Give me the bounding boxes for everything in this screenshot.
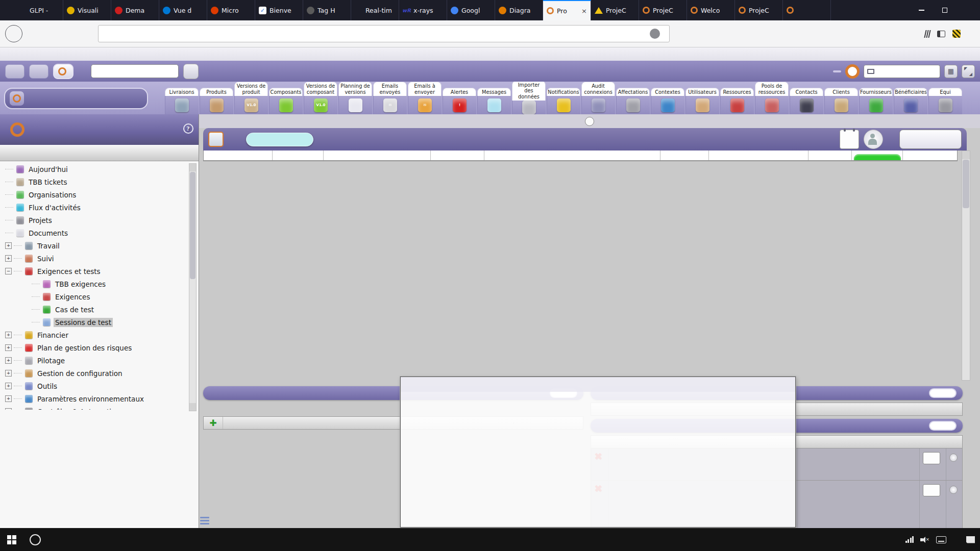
tab-scroll-right-icon[interactable] (831, 0, 846, 20)
sidebar-scrollbar[interactable] (189, 163, 197, 411)
touch-keyboard-icon[interactable] (936, 536, 946, 543)
ribbon-item[interactable]: Livraisons (164, 82, 199, 114)
tree-expander-icon[interactable]: + (5, 395, 12, 402)
tree-expander-icon[interactable]: − (5, 268, 12, 274)
tree-expander-icon[interactable]: + (5, 383, 12, 389)
notification-center-icon[interactable] (966, 536, 975, 543)
menu-panel-title[interactable] (0, 145, 199, 161)
tab-list-dropdown-icon[interactable] (864, 0, 881, 20)
browser-tab[interactable]: Pro × (543, 0, 591, 20)
sidebar-menu-item[interactable]: Exigences (0, 290, 199, 303)
ribbon-item[interactable]: Versions de produit V1.0 (234, 82, 268, 114)
sidebar-menu-item[interactable]: + Suivi (0, 252, 199, 265)
attach-file-dropzone[interactable] (899, 130, 962, 149)
browser-tab[interactable]: Dema (111, 0, 159, 20)
library-icon[interactable] (925, 30, 930, 38)
browser-tab[interactable]: Micro (207, 0, 255, 20)
new-tab-button[interactable] (846, 0, 864, 20)
ribbon-item[interactable]: Clients (824, 82, 859, 114)
extension-icon[interactable] (952, 30, 961, 38)
browser-tab[interactable]: Real-time (351, 0, 399, 20)
project-select[interactable] (91, 64, 179, 78)
sidebar-menu-item[interactable]: + Paramètres environnementaux (0, 392, 199, 405)
volume-muted-icon[interactable]: × (920, 536, 929, 543)
ribbon-item[interactable]: Audit connexions (581, 82, 616, 114)
browser-tab[interactable]: ProjeC (735, 0, 783, 20)
ribbon-item[interactable]: Equi (928, 82, 963, 114)
sidebar-menu-item[interactable]: TBB exigences (0, 278, 199, 290)
ribbon-item[interactable]: Messages (477, 82, 511, 114)
ribbon-item[interactable]: Planning de versions (338, 82, 373, 114)
ribbon-item[interactable]: Ressources (720, 82, 754, 114)
sidebar-menu-item[interactable]: Flux d'activités (0, 201, 199, 214)
browser-tab[interactable]: Googl (447, 0, 495, 20)
browser-home-button[interactable] (70, 26, 87, 42)
sidebar-menu-item[interactable]: + Outils (0, 380, 199, 392)
panel-resize-handle[interactable] (200, 514, 209, 527)
ribbon-item[interactable]: Bénéficiaires (893, 82, 928, 114)
browser-tab[interactable]: ProjeC (639, 0, 687, 20)
sidebar-menu-item[interactable]: Documents (0, 227, 199, 239)
sidebar-menu-item[interactable]: + Travail (0, 239, 199, 252)
browser-tab[interactable]: GLPI - (15, 0, 63, 20)
tree-expander-icon[interactable]: + (5, 344, 12, 351)
browser-tab[interactable]: Welco (687, 0, 735, 20)
ribbon-item[interactable]: Versions de composant V1.0 (303, 82, 338, 114)
browser-tab[interactable]: Diagra (495, 0, 543, 20)
ribbon-item[interactable]: Contacts (789, 82, 824, 114)
browser-tab[interactable]: wR x-rays (399, 0, 447, 20)
browser-tab[interactable]: ✓ Bienve (255, 0, 303, 20)
tree-expander-icon[interactable]: + (5, 370, 12, 377)
browser-tab[interactable]: ProjeC (591, 0, 639, 20)
ribbon-item[interactable]: Affectations (616, 82, 650, 114)
browser-reload-button[interactable] (49, 26, 65, 42)
ribbon-item[interactable]: Emails envoyés ✉ (373, 82, 407, 114)
sidebar-menu-item[interactable]: + Pilotage (0, 354, 199, 367)
scrollbar-thumb[interactable] (963, 160, 969, 208)
sidebar-menu-item[interactable]: Cas de test (0, 303, 199, 316)
sidebar-menu-item[interactable]: + Financier (0, 329, 199, 341)
ribbon-item[interactable]: Utilisateurs (685, 82, 720, 114)
app-forward-button[interactable] (29, 64, 48, 79)
logo-help-icon[interactable]: ? (183, 123, 193, 134)
browser-tab[interactable]: Vue d (159, 0, 207, 20)
ribbon-item[interactable]: Contextes (650, 82, 685, 114)
browser-tab[interactable]: Visuali (63, 0, 111, 20)
edit-project-button[interactable] (183, 64, 199, 79)
all-menus-button[interactable] (4, 88, 148, 109)
cortana-button[interactable] (23, 528, 47, 551)
url-bar[interactable] (98, 25, 670, 42)
pocket-icon[interactable] (650, 29, 660, 39)
grid-view-button[interactable]: ▦ (944, 65, 958, 78)
network-icon[interactable] (905, 536, 914, 543)
tree-expander-icon[interactable]: + (5, 242, 12, 249)
sidebar-toggle-icon[interactable] (937, 31, 945, 37)
tree-expander-icon[interactable]: + (5, 255, 12, 262)
table-scrollbar[interactable] (962, 151, 970, 381)
scroll-up-icon[interactable] (189, 164, 196, 171)
fullscreen-button[interactable] (962, 65, 975, 78)
ribbon-item[interactable]: Alertes ! (442, 82, 477, 114)
window-minimize-button[interactable] (910, 0, 933, 20)
tree-expander-icon[interactable]: + (5, 332, 12, 338)
scrollbar-thumb[interactable] (190, 172, 195, 279)
sidebar-menu-item[interactable]: Aujourd'hui (0, 163, 199, 176)
ribbon-item[interactable]: Pools de ressources (754, 82, 789, 114)
tab-close-icon[interactable]: × (581, 7, 587, 15)
browser-back-button[interactable] (5, 25, 22, 42)
ribbon-item[interactable]: Notifications (546, 82, 581, 114)
sidebar-menu-item[interactable]: − Exigences et tests (0, 265, 199, 278)
add-linked-element-button[interactable]: ✚ (209, 418, 216, 428)
ribbon-item[interactable]: Importer des données (511, 82, 546, 114)
app-new-tab-button[interactable] (53, 64, 74, 79)
sidebar-menu-item[interactable]: Organisations (0, 188, 199, 201)
ribbon-item[interactable]: Fournisseurs (859, 82, 893, 114)
window-close-button[interactable] (957, 0, 980, 20)
sidebar-menu-item[interactable]: + Plan de gestion des risques (0, 341, 199, 354)
sidebar-menu-item[interactable]: Sessions de test (0, 316, 199, 329)
sidebar-menu-item[interactable]: TBB tickets (0, 176, 199, 188)
sidebar-menu-item[interactable]: + Gestion de configuration (0, 367, 199, 380)
status-badge[interactable] (246, 133, 313, 146)
start-button[interactable] (0, 528, 23, 551)
scroll-up-icon[interactable] (962, 151, 970, 159)
